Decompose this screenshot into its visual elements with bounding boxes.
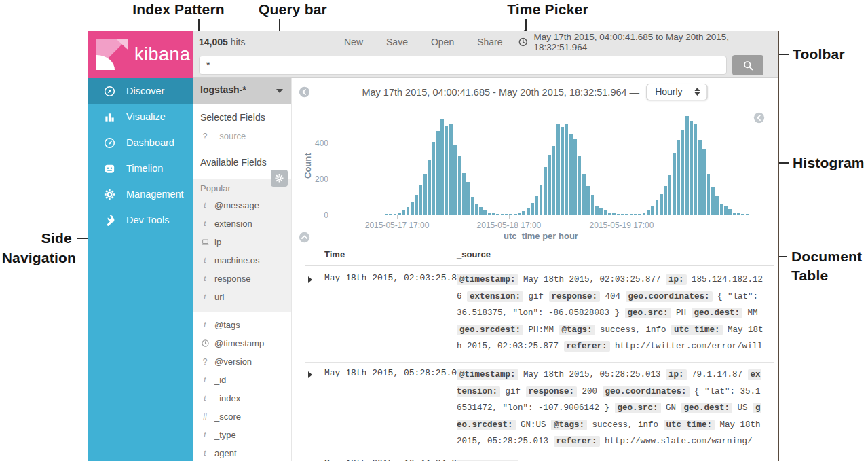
doc-time: May 18th 2015, 02:03:25.877 bbox=[324, 273, 468, 283]
search-button[interactable] bbox=[732, 55, 763, 75]
column-header-source: _source bbox=[457, 249, 491, 259]
field-key-badge: geo.dest: bbox=[692, 308, 743, 318]
popular-fields-list: t@messagetextensioniptmachine.ostrespons… bbox=[193, 196, 291, 306]
field-type-number-icon: # bbox=[200, 412, 210, 422]
sidebar-item-dashboard[interactable]: Dashboard bbox=[88, 130, 193, 155]
kibana-logo-band: kibana bbox=[88, 31, 193, 78]
histogram-bar bbox=[634, 214, 637, 215]
gear-icon bbox=[274, 173, 284, 183]
annotation-side-nav-line2: Navigation bbox=[0, 250, 76, 266]
sidebar-item-label: Dashboard bbox=[126, 137, 174, 148]
field-name: @tags bbox=[214, 320, 240, 330]
toolbar-action-open[interactable]: Open bbox=[431, 37, 454, 48]
field-extension[interactable]: textension bbox=[193, 215, 291, 233]
sidebar-item-visualize[interactable]: Visualize bbox=[88, 104, 193, 130]
dashboard-icon bbox=[103, 136, 116, 149]
histogram-bar bbox=[527, 208, 530, 215]
field-key-badge: ip: bbox=[666, 369, 687, 380]
histogram-bar bbox=[483, 210, 487, 215]
field-key-badge: response: bbox=[549, 291, 601, 302]
histogram-bar bbox=[647, 210, 650, 215]
field-name: response bbox=[214, 274, 250, 284]
field-key-badge: referer: bbox=[564, 341, 610, 352]
sidebar-item-discover[interactable]: Discover bbox=[88, 78, 193, 104]
doc-source: @timestamp: May 18th 2015, 10:44:34.353 bbox=[457, 457, 763, 461]
app-right-border bbox=[778, 31, 779, 461]
histogram-bar bbox=[428, 160, 431, 215]
time-picker[interactable]: May 17th 2015, 04:00:41.685 to May 20th … bbox=[518, 32, 778, 52]
histogram-bar bbox=[711, 187, 715, 215]
field-_score[interactable]: #_score bbox=[193, 407, 291, 426]
field-@message[interactable]: t@message bbox=[193, 196, 291, 215]
field-_id[interactable]: t_id bbox=[193, 371, 291, 389]
doc-time: May 18th 2015, 05:28:25.013 bbox=[324, 368, 468, 378]
x-tick-mark bbox=[397, 215, 398, 219]
expand-row-caret[interactable] bbox=[308, 276, 312, 283]
field-key-badge: @timestamp: bbox=[457, 274, 518, 285]
gear-icon bbox=[103, 188, 116, 201]
field-ip[interactable]: ip bbox=[193, 233, 291, 251]
sidebar-item-management[interactable]: Management bbox=[88, 181, 193, 207]
brand-name: kibana bbox=[134, 44, 191, 65]
histogram-bar bbox=[540, 185, 543, 215]
field-@timestamp[interactable]: @timestamp bbox=[193, 334, 291, 352]
toolbar-action-save[interactable]: Save bbox=[386, 37, 408, 48]
collapse-left-button[interactable] bbox=[299, 86, 310, 98]
histogram-bar bbox=[595, 206, 599, 215]
field-agent[interactable]: tagent bbox=[193, 444, 291, 461]
field-key-badge: geo.dest: bbox=[681, 403, 733, 413]
field-url[interactable]: turl bbox=[193, 288, 291, 306]
annotation-query-bar: Query bar bbox=[257, 1, 328, 18]
clock-icon bbox=[518, 37, 529, 48]
histogram-plot[interactable]: 2015-05-17 17:002015-05-18 17:002015-05-… bbox=[333, 113, 750, 215]
sidebar-item-timelion[interactable]: Timelion bbox=[88, 155, 193, 181]
histogram-bar bbox=[462, 173, 466, 215]
hits-count: 14,005 hits bbox=[199, 37, 246, 48]
toolbar-action-share[interactable]: Share bbox=[477, 37, 502, 48]
field-_index[interactable]: t_index bbox=[193, 389, 291, 407]
field-name: @timestamp bbox=[214, 338, 264, 348]
histogram-bar bbox=[423, 174, 427, 215]
y-tick-label: 0 bbox=[305, 210, 328, 220]
field-key-badge: geo.coordinates: bbox=[603, 386, 690, 397]
field-@tags[interactable]: t@tags bbox=[193, 316, 291, 334]
histogram-bar bbox=[702, 149, 706, 215]
histogram-bar bbox=[411, 202, 414, 215]
x-tick-mark bbox=[622, 215, 622, 219]
sidebar-item-label: Timelion bbox=[126, 163, 163, 174]
field-_type[interactable]: t_type bbox=[193, 426, 291, 444]
field-key-badge: @timestamp: bbox=[457, 369, 518, 380]
available-fields-list: t@tags@timestamp?@versiont_idt_index#_sc… bbox=[193, 316, 291, 461]
histogram-bar bbox=[733, 213, 736, 215]
laptop-icon bbox=[200, 238, 210, 247]
field-type-string-icon: t bbox=[200, 255, 210, 265]
sidebar-item-label: Visualize bbox=[126, 111, 166, 122]
query-input[interactable] bbox=[199, 56, 727, 75]
toolbar-action-new[interactable]: New bbox=[344, 37, 363, 48]
field-response[interactable]: tresponse bbox=[193, 270, 291, 288]
field-key-badge: geo.srcdest: bbox=[457, 325, 523, 335]
field-_source[interactable]: ?_source bbox=[193, 127, 291, 145]
expand-row-caret[interactable] bbox=[308, 371, 312, 378]
x-axis-title: utc_time per hour bbox=[504, 231, 578, 241]
histogram-bar bbox=[407, 207, 410, 215]
field-@version[interactable]: ?@version bbox=[193, 352, 291, 371]
histogram-bar bbox=[496, 214, 499, 215]
popular-fields-block: Popular t@messagetextensioniptmachine.os… bbox=[193, 179, 291, 312]
field-settings-button[interactable] bbox=[271, 170, 288, 187]
histogram-bar bbox=[668, 175, 672, 215]
annotation-document-table-line1: Document bbox=[791, 248, 862, 265]
histogram-bar bbox=[479, 207, 483, 215]
collapse-chart-right-button[interactable] bbox=[753, 112, 765, 124]
field-machine.os[interactable]: tmachine.os bbox=[193, 251, 291, 270]
field-name: _type bbox=[214, 430, 236, 440]
compass-icon bbox=[103, 85, 116, 98]
field-key-badge: @tags: bbox=[551, 420, 587, 430]
histogram-bar bbox=[492, 213, 495, 215]
sidebar-item-dev-tools[interactable]: Dev Tools bbox=[88, 207, 193, 233]
histogram-bar bbox=[604, 210, 607, 215]
index-pattern-selector[interactable]: logstash-* bbox=[193, 78, 291, 104]
interval-select[interactable]: Hourly bbox=[646, 84, 707, 100]
histogram-bar bbox=[737, 213, 740, 215]
histogram-bar bbox=[698, 140, 702, 215]
